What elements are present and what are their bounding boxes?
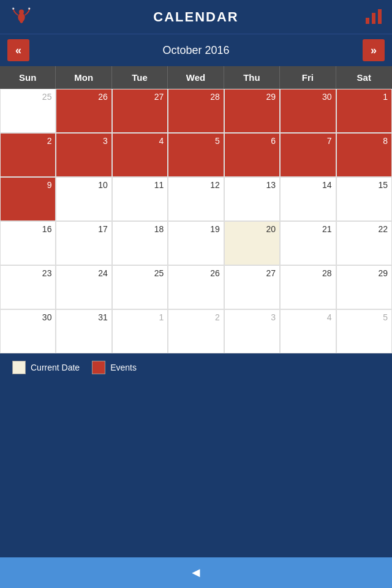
day-number: 6 <box>228 136 276 146</box>
calendar-cell[interactable]: 21 <box>280 221 336 265</box>
day-number: 10 <box>60 180 107 190</box>
day-number: 8 <box>341 136 388 146</box>
back-button[interactable]: ◄ <box>189 565 203 581</box>
current-date-label: Current Date <box>31 363 80 372</box>
calendar-cell[interactable]: 26 <box>168 265 224 309</box>
day-number: 17 <box>60 224 107 234</box>
calendar-cell[interactable]: 25 <box>0 89 56 133</box>
calendar-cell[interactable]: 4 <box>112 133 168 177</box>
next-month-button[interactable]: » <box>363 39 385 61</box>
calendar-cell[interactable]: 16 <box>0 221 56 265</box>
calendar-cell[interactable]: 14 <box>280 177 336 221</box>
day-number: 30 <box>4 312 51 322</box>
calendar-cell[interactable]: 1 <box>336 89 392 133</box>
calendar-cell[interactable]: 10 <box>56 177 111 221</box>
day-number: 12 <box>172 180 219 190</box>
events-swatch <box>92 361 105 374</box>
month-nav: « October 2016 » <box>0 34 392 66</box>
calendar-cell[interactable]: 20 <box>224 221 280 265</box>
calendar-grid: 2526272829301234567891011121314151617181… <box>0 89 392 353</box>
calendar-cell[interactable]: 5 <box>168 133 224 177</box>
day-number: 1 <box>116 312 164 322</box>
day-number: 5 <box>341 312 388 322</box>
calendar-cell[interactable]: 27 <box>224 265 280 309</box>
day-number: 20 <box>228 224 276 234</box>
calendar-cell[interactable]: 28 <box>280 265 336 309</box>
day-number: 21 <box>284 224 331 234</box>
svg-text:★: ★ <box>28 6 31 10</box>
calendar-cell[interactable]: 31 <box>56 309 111 353</box>
calendar-cell[interactable]: 25 <box>112 265 168 309</box>
day-number: 26 <box>172 268 219 278</box>
weekday-header-fri: Fri <box>280 66 336 89</box>
day-number: 2 <box>4 136 51 146</box>
calendar-cell[interactable]: 19 <box>168 221 224 265</box>
calendar-cell[interactable]: 12 <box>168 177 224 221</box>
calendar-cell[interactable]: 29 <box>224 89 280 133</box>
svg-point-1 <box>19 9 24 14</box>
bar-chart-icon[interactable] <box>364 7 383 28</box>
events-label: Events <box>110 363 137 372</box>
current-month-label: October 2016 <box>162 44 229 57</box>
calendar-cell[interactable]: 2 <box>168 309 224 353</box>
legend-current-date: Current Date <box>12 361 80 374</box>
svg-rect-4 <box>366 18 369 24</box>
calendar-cell[interactable]: 30 <box>280 89 336 133</box>
day-number: 4 <box>116 136 164 146</box>
calendar-cell[interactable]: 7 <box>280 133 336 177</box>
calendar-cell[interactable]: 24 <box>56 265 111 309</box>
day-number: 29 <box>228 92 276 102</box>
calendar-cell[interactable]: 4 <box>280 309 336 353</box>
calendar-cell[interactable]: 18 <box>112 221 168 265</box>
day-number: 15 <box>341 180 388 190</box>
calendar-cell[interactable]: 1 <box>112 309 168 353</box>
day-number: 1 <box>341 92 388 102</box>
page-title: CALENDAR <box>153 9 238 25</box>
weekday-header-sun: Sun <box>0 66 56 89</box>
calendar-cell[interactable]: 22 <box>336 221 392 265</box>
day-number: 22 <box>341 224 388 234</box>
calendar: SunMonTueWedThuFriSat 252627282930123456… <box>0 66 392 353</box>
prev-month-button[interactable]: « <box>7 39 29 61</box>
bottom-navigation[interactable]: ◄ <box>0 557 392 588</box>
day-number: 28 <box>284 268 331 278</box>
calendar-cell[interactable]: 26 <box>56 89 111 133</box>
calendar-cell[interactable]: 29 <box>336 265 392 309</box>
day-number: 3 <box>60 136 107 146</box>
calendar-cell[interactable]: 15 <box>336 177 392 221</box>
current-date-swatch <box>12 361 26 374</box>
calendar-cell[interactable]: 17 <box>56 221 111 265</box>
calendar-cell[interactable]: 30 <box>0 309 56 353</box>
day-number: 4 <box>284 312 331 322</box>
weekday-header-mon: Mon <box>56 66 111 89</box>
calendar-cell[interactable]: 9 <box>0 177 56 221</box>
weekday-header-thu: Thu <box>224 66 280 89</box>
day-number: 14 <box>284 180 331 190</box>
logo: ★ ★ <box>9 4 34 31</box>
calendar-cell[interactable]: 13 <box>224 177 280 221</box>
day-number: 9 <box>4 180 51 190</box>
weekday-header-sat: Sat <box>336 66 392 89</box>
day-number: 7 <box>284 136 331 146</box>
day-number: 16 <box>4 224 51 234</box>
calendar-cell[interactable]: 3 <box>56 133 111 177</box>
day-number: 23 <box>4 268 51 278</box>
calendar-cell[interactable]: 2 <box>0 133 56 177</box>
day-number: 24 <box>60 268 107 278</box>
calendar-cell[interactable]: 5 <box>336 309 392 353</box>
calendar-cell[interactable]: 27 <box>112 89 168 133</box>
calendar-cell[interactable]: 6 <box>224 133 280 177</box>
day-number: 11 <box>116 180 164 190</box>
calendar-cell[interactable]: 11 <box>112 177 168 221</box>
calendar-cell[interactable]: 23 <box>0 265 56 309</box>
day-number: 25 <box>4 92 51 102</box>
calendar-cell[interactable]: 28 <box>168 89 224 133</box>
day-number: 28 <box>172 92 219 102</box>
day-number: 13 <box>228 180 276 190</box>
day-number: 31 <box>60 312 107 322</box>
calendar-cell[interactable]: 3 <box>224 309 280 353</box>
day-number: 26 <box>60 92 107 102</box>
calendar-cell[interactable]: 8 <box>336 133 392 177</box>
day-number: 18 <box>116 224 164 234</box>
svg-rect-5 <box>372 13 375 24</box>
